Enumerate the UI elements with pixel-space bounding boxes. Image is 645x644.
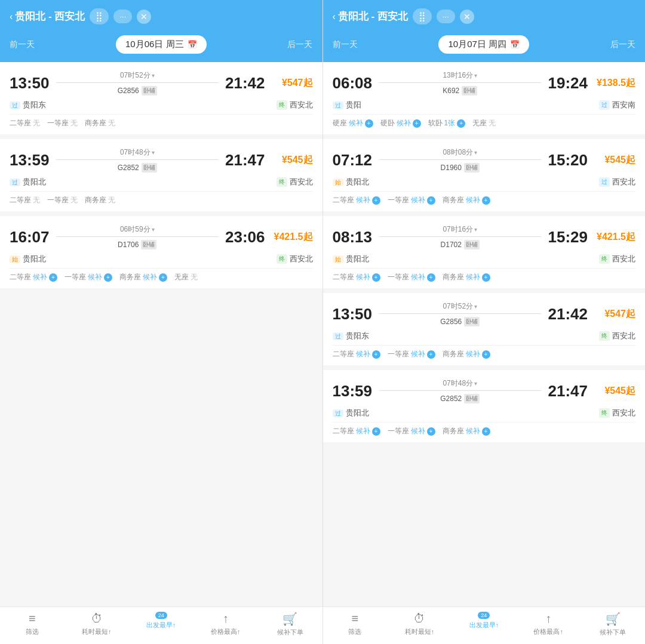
seat-type: 商务座	[443, 426, 464, 436]
seat-add-button[interactable]: +	[482, 350, 490, 359]
price-col: ¥545起	[265, 154, 313, 167]
train-item[interactable]: 13:5007时52分▾G2856卧铺21:42¥547起过贵阳东终西安北二等座…	[323, 293, 646, 365]
nav-icon: ↑	[545, 612, 551, 625]
depart-station-name: 贵阳北	[346, 254, 369, 263]
seat-add-button[interactable]: +	[457, 119, 465, 128]
nav-item-1[interactable]: ⏱耗时最短↑	[387, 612, 452, 637]
nav-item-2[interactable]: 24出发最早↑	[452, 612, 516, 637]
nav-label: 价格最高↑	[533, 627, 563, 636]
seat-add-button[interactable]: +	[159, 273, 167, 282]
duration-col: 07时16分▾D1702卧铺	[374, 224, 546, 249]
seat-status: 候补	[411, 195, 425, 205]
seat-row: 二等座候补+一等座候补+商务座候补+	[333, 191, 636, 205]
calendar-icon: 📅	[188, 40, 197, 49]
train-top-row: 08:1307时16分▾D1702卧铺15:29¥421.5起	[333, 224, 636, 249]
seat-add-button[interactable]: +	[427, 350, 435, 359]
next-day-button[interactable]: 后一天	[287, 39, 312, 50]
seat-add-button[interactable]: +	[427, 273, 435, 282]
train-number: D1702	[441, 241, 462, 249]
prev-day-button[interactable]: 前一天	[333, 39, 358, 50]
back-button[interactable]: ‹贵阳北 - 西安北	[333, 10, 408, 23]
nav-label: 价格最高↑	[211, 627, 241, 636]
train-item[interactable]: 08:1307时16分▾D1702卧铺15:29¥421.5起始贵阳北终西安北二…	[323, 216, 646, 288]
seat-add-button[interactable]: +	[365, 119, 373, 128]
seat-add-button[interactable]: +	[372, 350, 380, 359]
train-item[interactable]: 16:0706时59分▾D1706卧铺23:06¥421.5起始贵阳北终西安北二…	[0, 216, 322, 288]
more-button[interactable]: ···	[437, 10, 455, 23]
seat-status: 候补	[411, 272, 425, 282]
seat-add-button[interactable]: +	[427, 427, 435, 436]
seat-item: 二等座候补+	[333, 349, 380, 359]
seat-add-button[interactable]: +	[413, 119, 421, 128]
back-button[interactable]: ‹贵阳北 - 西安北	[10, 10, 85, 23]
arrive-station: 终西安北	[277, 100, 313, 110]
arrive-tag: 终	[599, 408, 610, 418]
next-day-button[interactable]: 后一天	[610, 39, 635, 50]
seat-item: 商务座无	[85, 118, 115, 128]
train-item[interactable]: 13:5907时48分▾G2852卧铺21:47¥545起过贵阳北终西安北二等座…	[323, 370, 646, 442]
train-item[interactable]: 07:1208时08分▾D1960卧铺15:20¥545起始贵阳北过西安北二等座…	[323, 139, 646, 211]
prev-day-button[interactable]: 前一天	[10, 39, 35, 50]
ticket-price: ¥545起	[604, 386, 635, 396]
nav-item-4[interactable]: 🛒候补下单	[258, 612, 322, 637]
depart-station: 始贵阳北	[333, 176, 369, 187]
back-icon: ‹	[333, 11, 336, 22]
nav-item-4[interactable]: 🛒候补下单	[580, 612, 645, 637]
train-item[interactable]: 06:0813时16分▾K692卧铺19:24¥138.5起过贵阳过西安南硬座候…	[323, 62, 646, 134]
chevron-down-icon: ▾	[152, 226, 155, 233]
train-top-row: 13:5907时48分▾G2852卧铺21:47¥545起	[333, 378, 636, 403]
more-button[interactable]: ···	[113, 10, 132, 23]
seat-add-button[interactable]: +	[49, 273, 57, 282]
duration-value: 07时48分	[120, 147, 150, 158]
nav-item-1[interactable]: ⏱耗时最短↑	[64, 612, 129, 637]
ticket-price: ¥545起	[604, 155, 635, 165]
back-icon: ‹	[10, 11, 13, 22]
seat-type: 商务座	[85, 195, 106, 205]
current-date[interactable]: 10月06日 周三📅	[116, 35, 207, 54]
qr-button[interactable]: ⣿	[413, 8, 432, 24]
duration-text: 13时16分▾	[443, 70, 477, 81]
current-date[interactable]: 10月07日 周四📅	[438, 35, 529, 54]
duration-col: 06时59分▾D1706卧铺	[51, 224, 223, 249]
duration-col: 13时16分▾K692卧铺	[374, 70, 546, 95]
arrive-tag: 终	[277, 254, 287, 264]
seat-add-button[interactable]: +	[372, 273, 380, 282]
seat-item: 商务座候补+	[443, 426, 490, 436]
nav-item-3[interactable]: ↑价格最高↑	[194, 612, 258, 637]
seat-add-button[interactable]: +	[482, 427, 490, 436]
seat-item: 二等座候补+	[10, 272, 57, 282]
train-no-row: D1706卧铺	[118, 240, 156, 249]
seat-status: 候补	[411, 426, 425, 436]
seat-add-button[interactable]: +	[104, 273, 112, 282]
nav-item-0[interactable]: ≡筛选	[0, 612, 64, 637]
nav-item-3[interactable]: ↑价格最高↑	[516, 612, 580, 637]
train-tag: 卧铺	[464, 317, 480, 326]
seat-status: 候补	[349, 118, 363, 128]
duration-value: 07时52分	[443, 301, 473, 312]
arrive-station: 终西安北	[599, 254, 635, 264]
arrive-station-name: 西安北	[290, 100, 313, 110]
qr-button[interactable]: ⣿	[90, 8, 109, 24]
station-row: 过贵阳东终西安北	[10, 99, 313, 110]
seat-add-button[interactable]: +	[372, 196, 380, 205]
seat-add-button[interactable]: +	[482, 273, 490, 282]
train-item[interactable]: 13:5907时48分▾G2852卧铺21:47¥545起过贵阳北终西安北二等座…	[0, 139, 322, 211]
seat-status: 候补	[88, 272, 102, 282]
nav-item-2[interactable]: 24出发最早↑	[129, 612, 194, 637]
nav-item-0[interactable]: ≡筛选	[323, 612, 388, 637]
seat-status: 候补	[397, 118, 411, 128]
seat-type: 商务座	[443, 272, 464, 282]
depart-tag: 过	[333, 101, 343, 109]
duration-col: 07时52分▾G2856卧铺	[374, 301, 546, 326]
close-button[interactable]: ✕	[460, 10, 474, 24]
close-button[interactable]: ✕	[137, 10, 151, 24]
seat-add-button[interactable]: +	[372, 427, 380, 436]
depart-station: 过贵阳东	[10, 99, 46, 110]
nav-icon: ≡	[29, 612, 36, 625]
date-text: 10月07日 周四	[448, 39, 506, 50]
seat-add-button[interactable]: +	[482, 196, 490, 205]
seat-row: 二等座候补+一等座候补+商务座候补+	[333, 268, 636, 282]
seat-add-button[interactable]: +	[427, 196, 435, 205]
header: ‹贵阳北 - 西安北⣿···✕	[323, 0, 646, 30]
train-item[interactable]: 13:5007时52分▾G2856卧铺21:42¥547起过贵阳东终西安北二等座…	[0, 62, 322, 134]
